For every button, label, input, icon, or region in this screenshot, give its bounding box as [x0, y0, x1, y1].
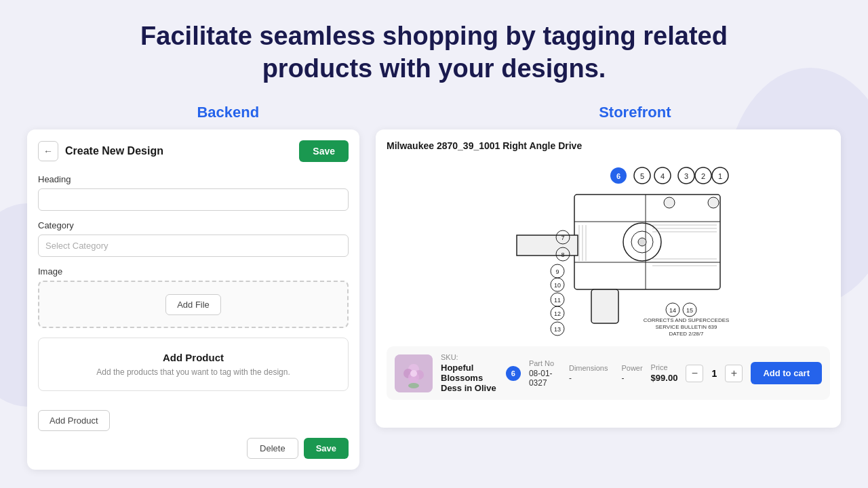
svg-point-59 — [408, 383, 419, 388]
category-input[interactable] — [38, 235, 349, 257]
svg-text:5: 5 — [640, 172, 644, 180]
storefront-panel: Milwaukee 2870_39_1001 Right Angle Drive… — [376, 129, 841, 428]
category-label: Category — [38, 220, 349, 230]
svg-text:6: 6 — [616, 172, 620, 180]
back-icon: ← — [43, 146, 53, 157]
svg-rect-17 — [591, 289, 618, 323]
diagram-area: 6 5 4 3 2 1 — [387, 161, 830, 337]
svg-text:2: 2 — [701, 172, 705, 180]
panel-title: Create New Design — [65, 145, 163, 157]
svg-text:SERVICE BULLETIN 639: SERVICE BULLETIN 639 — [655, 324, 717, 330]
part-no-col: Part No 08-01-0327 — [529, 359, 555, 388]
svg-text:4: 4 — [660, 172, 665, 180]
power-value: - — [621, 373, 624, 383]
qty-plus-button[interactable]: + — [725, 365, 743, 382]
svg-text:12: 12 — [554, 310, 561, 317]
panel-footer: Delete Save — [38, 438, 349, 459]
add-product-button[interactable]: Add Product — [38, 410, 110, 431]
svg-point-22 — [708, 197, 719, 208]
panel-header-left: ← Create New Design — [38, 141, 163, 161]
dimensions-value: - — [569, 373, 572, 383]
delete-button[interactable]: Delete — [247, 438, 298, 459]
diagram-svg: 6 5 4 3 2 1 — [476, 161, 741, 337]
heading-label: Heading — [38, 174, 349, 184]
price-value: $99.00 — [651, 373, 678, 383]
add-product-section: Add Product Add the products that you wa… — [38, 338, 349, 391]
image-label: Image — [38, 266, 349, 277]
product-badge: 6 — [506, 366, 521, 381]
svg-text:15: 15 — [686, 307, 693, 314]
svg-text:3: 3 — [684, 172, 688, 180]
save-top-button[interactable]: Save — [299, 140, 349, 162]
qty-value: 1 — [709, 368, 719, 379]
add-to-cart-button[interactable]: Add to cart — [751, 362, 822, 384]
svg-point-20 — [638, 238, 646, 246]
add-product-section-desc: Add the products that you want to tag wi… — [52, 367, 334, 377]
svg-text:11: 11 — [554, 297, 561, 304]
svg-text:9: 9 — [555, 268, 559, 275]
backend-label: Backend — [197, 104, 259, 121]
add-product-section-title: Add Product — [52, 352, 334, 363]
part-no-value: 08-01-0327 — [529, 369, 555, 388]
svg-text:14: 14 — [669, 307, 676, 314]
back-button[interactable]: ← — [38, 141, 58, 161]
qty-controls: − 1 + — [686, 365, 743, 382]
product-sku: SKU: — [441, 353, 498, 361]
add-file-button[interactable]: Add File — [165, 294, 221, 315]
product-info: SKU: Hopeful Blossoms Dess in Olive — [441, 353, 498, 393]
heading-group: Heading — [38, 174, 349, 211]
product-specs: Part No 08-01-0327 Dimensions - Power - — [529, 359, 643, 388]
svg-point-21 — [664, 197, 675, 208]
heading-input[interactable] — [38, 188, 349, 211]
power-col: Power - — [621, 364, 642, 383]
product-card: SKU: Hopeful Blossoms Dess in Olive 6 Pa… — [387, 346, 830, 400]
svg-text:DATED 2/28/7: DATED 2/28/7 — [669, 331, 705, 337]
svg-rect-16 — [517, 235, 578, 256]
svg-text:1: 1 — [718, 172, 722, 180]
image-upload-area[interactable]: Add File — [38, 281, 349, 328]
product-title: Milwaukee 2870_39_1001 Right Angle Drive — [387, 140, 830, 151]
price-col: Price $99.00 — [651, 363, 678, 383]
category-group: Category — [38, 220, 349, 257]
panel-header: ← Create New Design Save — [38, 140, 349, 162]
svg-point-58 — [410, 370, 417, 377]
product-name-line1: Hopeful Blossoms — [441, 363, 498, 383]
dimensions-label: Dimensions — [569, 364, 608, 372]
storefront-label: Storefront — [599, 104, 671, 121]
svg-text:13: 13 — [554, 326, 561, 333]
product-thumbnail — [395, 354, 433, 392]
price-label: Price — [651, 363, 668, 371]
svg-text:CORRECTS AND SUPERCCEDES: CORRECTS AND SUPERCCEDES — [644, 317, 730, 323]
svg-text:8: 8 — [561, 251, 564, 258]
part-no-label: Part No — [529, 359, 554, 367]
backend-panel: ← Create New Design Save Heading Categor… — [27, 129, 359, 470]
svg-text:7: 7 — [561, 235, 564, 241]
hero-title: Facilitate seamless shopping by tagging … — [129, 20, 739, 85]
product-name-line2: Dess in Olive — [441, 383, 498, 393]
power-label: Power — [621, 364, 642, 372]
dimensions-col: Dimensions - — [569, 364, 608, 383]
svg-rect-12 — [574, 195, 720, 289]
save-bottom-button[interactable]: Save — [304, 438, 349, 459]
product-thumb-svg — [395, 354, 433, 392]
qty-minus-button[interactable]: − — [686, 365, 703, 382]
image-group: Image Add File — [38, 266, 349, 328]
svg-text:10: 10 — [554, 282, 561, 289]
